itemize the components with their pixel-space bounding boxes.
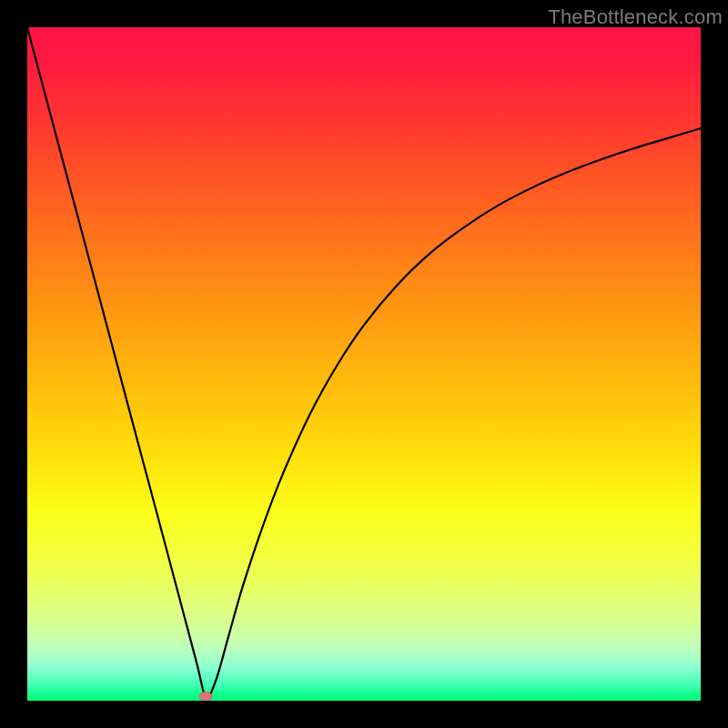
chart-svg [27,27,701,701]
bottleneck-curve [27,27,701,697]
min-marker [199,693,212,701]
chart-frame: TheBottleneck.com [0,0,728,728]
watermark-text: TheBottleneck.com [548,5,723,29]
plot-area [27,27,701,701]
